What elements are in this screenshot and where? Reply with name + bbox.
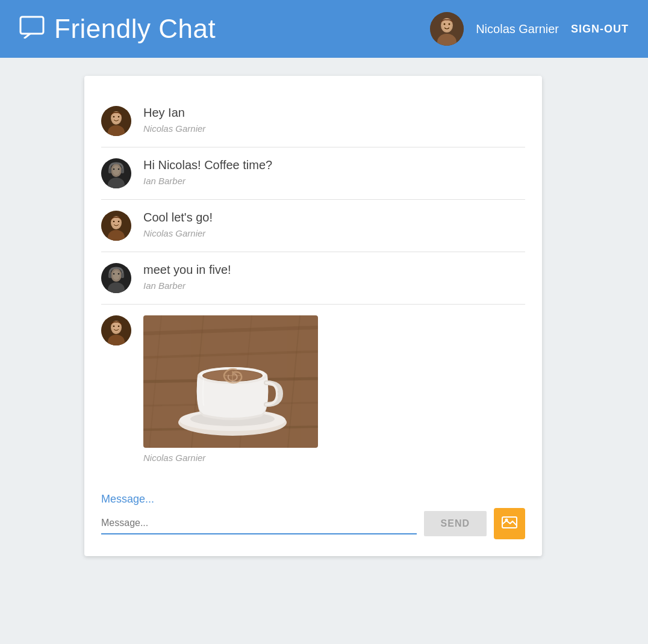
message-item: Hey Ian Nicolas Garnier xyxy=(101,95,525,147)
message-content-image: Nicolas Garnier xyxy=(143,315,525,463)
svg-point-33 xyxy=(118,273,120,275)
avatar xyxy=(101,158,131,188)
svg-point-10 xyxy=(113,113,120,123)
main-content: Hey Ian Nicolas Garnier xyxy=(0,58,648,574)
message-sender: Nicolas Garnier xyxy=(143,228,525,238)
svg-point-41 xyxy=(118,326,120,327)
svg-point-24 xyxy=(113,218,120,228)
message-content: Hi Nicolas! Coffee time? Ian Barber xyxy=(143,158,525,186)
svg-rect-35 xyxy=(121,273,124,278)
svg-point-13 xyxy=(118,116,120,118)
header-brand: Friendly Chat xyxy=(19,14,216,44)
avatar xyxy=(101,211,131,241)
message-sender: Ian Barber xyxy=(143,280,525,291)
coffee-image xyxy=(143,315,318,448)
message-sender: Ian Barber xyxy=(143,176,525,186)
chat-icon xyxy=(19,16,45,42)
input-row: SEND xyxy=(101,508,525,539)
app-title: Friendly Chat xyxy=(54,14,216,44)
svg-point-19 xyxy=(118,169,120,170)
send-button[interactable]: SEND xyxy=(424,511,487,536)
message-input-label: Message... xyxy=(101,493,525,506)
message-content: Hey Ian Nicolas Garnier xyxy=(143,106,525,134)
svg-rect-34 xyxy=(108,273,111,278)
message-item: meet you in five! Ian Barber xyxy=(101,252,525,305)
message-text: Hey Ian xyxy=(143,106,525,120)
svg-point-16 xyxy=(113,166,120,175)
header-user-section: Nicolas Garnier SIGN-OUT xyxy=(430,12,629,46)
message-text: Cool let's go! xyxy=(143,211,525,224)
svg-point-30 xyxy=(113,270,120,280)
sign-out-button[interactable]: SIGN-OUT xyxy=(571,23,629,36)
image-upload-icon xyxy=(502,515,517,532)
svg-point-27 xyxy=(118,221,120,223)
svg-rect-0 xyxy=(20,17,43,34)
message-item: Nicolas Garnier xyxy=(101,305,525,474)
chat-card: Hey Ian Nicolas Garnier xyxy=(84,76,542,556)
message-sender: Nicolas Garnier xyxy=(143,123,525,134)
header-user-name: Nicolas Garnier xyxy=(476,22,559,36)
image-upload-button[interactable] xyxy=(494,508,525,539)
message-input-area: Message... SEND xyxy=(101,488,525,539)
app-header: Friendly Chat Nicolas Garnier SIGN-OUT xyxy=(0,0,648,58)
message-item: Cool let's go! Nicolas Garnier xyxy=(101,200,525,252)
svg-point-18 xyxy=(113,169,115,170)
svg-rect-21 xyxy=(121,169,124,173)
header-avatar xyxy=(430,12,464,46)
svg-point-12 xyxy=(113,116,115,118)
messages-list: Hey Ian Nicolas Garnier xyxy=(101,95,525,474)
message-content: meet you in five! Ian Barber xyxy=(143,263,525,291)
message-sender: Nicolas Garnier xyxy=(143,453,525,463)
svg-point-26 xyxy=(113,221,115,223)
svg-point-38 xyxy=(113,323,120,332)
svg-rect-20 xyxy=(108,169,111,173)
svg-point-32 xyxy=(113,273,115,275)
message-input[interactable] xyxy=(101,513,417,534)
avatar xyxy=(101,106,131,136)
svg-point-40 xyxy=(113,326,115,327)
message-text: Hi Nicolas! Coffee time? xyxy=(143,158,525,172)
message-text: meet you in five! xyxy=(143,263,525,277)
svg-point-7 xyxy=(449,23,450,25)
avatar xyxy=(101,263,131,293)
svg-point-6 xyxy=(444,23,446,25)
message-item: Hi Nicolas! Coffee time? Ian Barber xyxy=(101,147,525,200)
avatar xyxy=(101,315,131,345)
message-content: Cool let's go! Nicolas Garnier xyxy=(143,211,525,238)
